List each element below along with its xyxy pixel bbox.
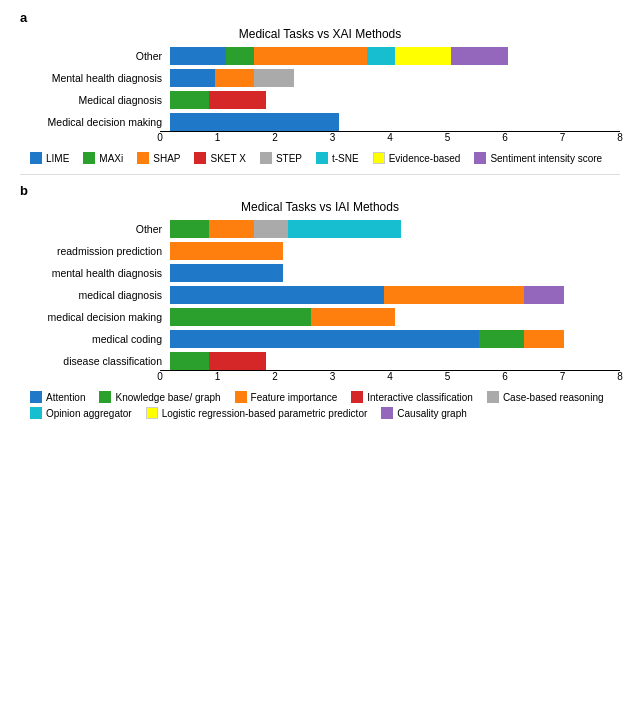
bar-segment xyxy=(170,264,283,282)
bar-row-label: Other xyxy=(30,223,170,235)
bar-segment xyxy=(254,69,293,87)
legend-item: SKET X xyxy=(194,152,245,164)
legend-label: Causality graph xyxy=(397,408,466,419)
bar-segment xyxy=(451,47,507,65)
legend-label: SKET X xyxy=(210,153,245,164)
legend-label: t-SNE xyxy=(332,153,359,164)
bar-track xyxy=(170,286,620,304)
panel-b-legend: AttentionKnowledge base/ graphFeature im… xyxy=(30,391,620,419)
bar-segment xyxy=(384,286,525,304)
legend-item: t-SNE xyxy=(316,152,359,164)
x-axis-ticks-a: 012345678 xyxy=(160,132,620,146)
legend-item: Sentiment intensity score xyxy=(474,152,602,164)
legend-label: Attention xyxy=(46,392,85,403)
x-tick: 4 xyxy=(387,132,393,143)
bar-track xyxy=(170,220,620,238)
legend-label: Evidence-based xyxy=(389,153,461,164)
bar-track xyxy=(170,47,620,65)
bar-track xyxy=(170,91,620,109)
x-tick: 3 xyxy=(330,132,336,143)
bar-row: Other xyxy=(30,220,620,238)
bar-row: disease classification xyxy=(30,352,620,370)
bar-segment xyxy=(170,352,209,370)
x-tick: 1 xyxy=(215,132,221,143)
legend-item: Attention xyxy=(30,391,85,403)
legend-label: Logistic regression-based parametric pre… xyxy=(162,408,368,419)
legend-label: Feature importance xyxy=(251,392,338,403)
x-tick: 0 xyxy=(157,132,163,143)
x-tick: 6 xyxy=(502,132,508,143)
bar-segment xyxy=(395,47,451,65)
bar-segment xyxy=(524,286,563,304)
panel-divider xyxy=(20,174,620,175)
legend-item: Opinion aggregator xyxy=(30,407,132,419)
x-tick: 8 xyxy=(617,132,623,143)
legend-item: LIME xyxy=(30,152,69,164)
bar-segment xyxy=(170,220,209,238)
x-tick: 6 xyxy=(502,371,508,382)
bar-segment xyxy=(209,352,265,370)
bar-segment xyxy=(254,47,367,65)
legend-swatch xyxy=(235,391,247,403)
bar-row-label: Medical diagnosis xyxy=(30,94,170,106)
bar-row-label: medical coding xyxy=(30,333,170,345)
legend-item: STEP xyxy=(260,152,302,164)
bar-row: readmission prediction xyxy=(30,242,620,260)
bar-row-label: Other xyxy=(30,50,170,62)
legend-label: Case-based reasoning xyxy=(503,392,604,403)
legend-swatch xyxy=(30,407,42,419)
bar-row-label: readmission prediction xyxy=(30,245,170,257)
legend-swatch xyxy=(83,152,95,164)
bar-row: Medical diagnosis xyxy=(30,91,620,109)
x-tick: 2 xyxy=(272,371,278,382)
bar-track xyxy=(170,352,620,370)
bar-row-label: Mental health diagnosis xyxy=(30,72,170,84)
panel-a: a Medical Tasks vs XAI Methods OtherMent… xyxy=(20,10,620,164)
bar-segment xyxy=(311,308,395,326)
bar-row: medical coding xyxy=(30,330,620,348)
legend-swatch xyxy=(137,152,149,164)
legend-swatch xyxy=(30,391,42,403)
bar-track xyxy=(170,308,620,326)
bar-segment xyxy=(367,47,395,65)
bar-segment xyxy=(479,330,524,348)
legend-label: Sentiment intensity score xyxy=(490,153,602,164)
legend-swatch xyxy=(30,152,42,164)
legend-item: Evidence-based xyxy=(373,152,461,164)
x-tick: 5 xyxy=(445,371,451,382)
bar-segment xyxy=(170,242,283,260)
bar-track xyxy=(170,242,620,260)
bar-row-label: mental health diagnosis xyxy=(30,267,170,279)
bar-segment xyxy=(254,220,288,238)
legend-swatch xyxy=(381,407,393,419)
bar-segment xyxy=(209,91,265,109)
panel-b-label: b xyxy=(20,183,620,198)
legend-swatch xyxy=(99,391,111,403)
x-tick: 8 xyxy=(617,371,623,382)
bar-row: Mental health diagnosis xyxy=(30,69,620,87)
bar-segment xyxy=(288,220,401,238)
bar-segment xyxy=(170,47,226,65)
x-tick: 4 xyxy=(387,371,393,382)
legend-label: STEP xyxy=(276,153,302,164)
legend-item: MAXi xyxy=(83,152,123,164)
legend-swatch xyxy=(487,391,499,403)
bar-row: medical decision making xyxy=(30,308,620,326)
legend-label: MAXi xyxy=(99,153,123,164)
legend-label: Interactive classification xyxy=(367,392,473,403)
bar-segment xyxy=(170,308,311,326)
bar-row-label: medical decision making xyxy=(30,311,170,323)
x-tick: 5 xyxy=(445,132,451,143)
bar-segment xyxy=(170,91,209,109)
x-axis-ticks-b: 012345678 xyxy=(160,371,620,385)
legend-swatch xyxy=(146,407,158,419)
legend-swatch xyxy=(260,152,272,164)
legend-swatch xyxy=(316,152,328,164)
bar-segment xyxy=(170,286,384,304)
bar-track xyxy=(170,113,620,131)
legend-item: Feature importance xyxy=(235,391,338,403)
panel-a-legend: LIMEMAXiSHAPSKET XSTEPt-SNEEvidence-base… xyxy=(30,152,620,164)
bar-segment xyxy=(215,69,254,87)
bar-track xyxy=(170,264,620,282)
legend-item: Causality graph xyxy=(381,407,466,419)
